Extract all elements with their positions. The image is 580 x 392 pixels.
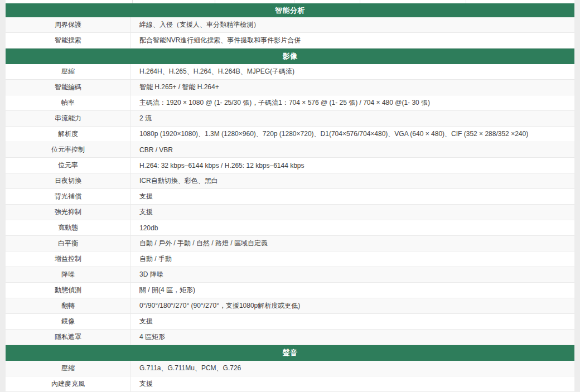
spec-value: H.264: 32 kbps–6144 kbps / H.265: 12 kbp… bbox=[131, 158, 574, 173]
partial-row-above bbox=[6, 0, 574, 3]
spec-value: 支援 bbox=[131, 189, 574, 204]
spec-label: 壓縮 bbox=[6, 64, 131, 79]
spec-label: 增益控制 bbox=[6, 251, 131, 267]
spec-label: 解析度 bbox=[6, 127, 131, 142]
spec-row: 解析度1080p (1920×1080)、1.3M (1280×960)、720… bbox=[6, 127, 574, 142]
spec-label: 智能搜索 bbox=[6, 33, 131, 48]
spec-row: 降噪3D 降噪 bbox=[6, 267, 574, 283]
column-divider bbox=[215, 0, 215, 3]
spec-value: H.264H、H.265、H.264、H.264B、MJPEG(子碼流) bbox=[131, 64, 574, 79]
spec-row: 寬動態120db bbox=[6, 220, 574, 236]
spec-label: 寬動態 bbox=[6, 220, 131, 235]
spec-row: 鏡像支援 bbox=[6, 314, 574, 330]
spec-label: 隱私遮罩 bbox=[6, 330, 131, 345]
spec-label: 翻轉 bbox=[6, 298, 131, 313]
section-header: 影像 bbox=[6, 49, 574, 64]
spec-value: 1080p (1920×1080)、1.3M (1280×960)、720p (… bbox=[131, 127, 574, 142]
column-divider bbox=[466, 0, 466, 3]
spec-row: 位元率H.264: 32 kbps–6144 kbps / H.265: 12 … bbox=[6, 158, 574, 173]
column-divider bbox=[132, 0, 133, 3]
spec-row: 壓縮G.711a、G.711Mu、PCM、G.726 bbox=[6, 361, 574, 376]
spec-label: 壓縮 bbox=[6, 361, 131, 376]
spec-label: 日夜切換 bbox=[6, 173, 131, 188]
section-title: 影像 bbox=[283, 51, 298, 61]
spec-value: 自動 / 戶外 / 手動 / 自然 / 路燈 / 區域自定義 bbox=[131, 236, 574, 251]
column-divider bbox=[294, 0, 294, 3]
spec-row: 智能編碼智能 H.265+ / 智能 H.264+ bbox=[6, 80, 574, 95]
spec-label: 鏡像 bbox=[6, 314, 131, 329]
spec-rows: 智能分析周界保護絆線、入侵（支援人、車分類精準檢測）智能搜索配合智能NVR進行細… bbox=[6, 3, 574, 392]
spec-label: 白平衡 bbox=[6, 236, 131, 251]
column-divider bbox=[360, 0, 360, 3]
spec-value: 自動 / 手動 bbox=[131, 251, 574, 267]
section-header: 智能分析 bbox=[6, 3, 574, 17]
spec-row: 串流能力2 流 bbox=[6, 111, 574, 127]
spec-value: 2 流 bbox=[131, 111, 574, 126]
spec-row: 白平衡自動 / 戶外 / 手動 / 自然 / 路燈 / 區域自定義 bbox=[6, 236, 574, 251]
spec-value: 支援 bbox=[131, 376, 574, 391]
spec-label: 周界保護 bbox=[6, 17, 131, 32]
spec-label: 位元率 bbox=[6, 158, 131, 173]
spec-label: 強光抑制 bbox=[6, 205, 131, 220]
spec-row: 動態偵測關 / 開(4 區，矩形) bbox=[6, 283, 574, 298]
spec-value: 4 區矩形 bbox=[131, 330, 574, 345]
spec-value: ICR自動切換、彩色、黑白 bbox=[131, 173, 574, 188]
spec-label: 串流能力 bbox=[6, 111, 131, 126]
spec-row: 壓縮H.264H、H.265、H.264、H.264B、MJPEG(子碼流) bbox=[6, 64, 574, 80]
spec-label: 智能編碼 bbox=[6, 80, 131, 95]
spec-row: 位元率控制CBR / VBR bbox=[6, 142, 574, 158]
spec-value: 支援 bbox=[131, 314, 574, 329]
spec-value: 關 / 開(4 區，矩形) bbox=[131, 283, 574, 298]
spec-value: 絆線、入侵（支援人、車分類精準檢測） bbox=[131, 17, 574, 32]
section-title: 智能分析 bbox=[275, 6, 305, 16]
spec-label: 動態偵測 bbox=[6, 283, 131, 298]
section-header: 聲音 bbox=[6, 345, 574, 361]
spec-value: 120db bbox=[131, 220, 574, 235]
spec-page: 智能分析周界保護絆線、入侵（支援人、車分類精準檢測）智能搜索配合智能NVR進行細… bbox=[0, 0, 580, 392]
spec-value: 配合智能NVR進行細化搜索、事件提取和事件影片合併 bbox=[131, 33, 574, 48]
spec-row: 隱私遮罩4 區矩形 bbox=[6, 330, 574, 345]
spec-value: 智能 H.265+ / 智能 H.264+ bbox=[131, 80, 574, 95]
spec-row: 翻轉0°/90°/180°/270° (90°/270°，支援1080p解析度或… bbox=[6, 298, 574, 314]
spec-label: 降噪 bbox=[6, 267, 131, 282]
spec-value: 支援 bbox=[131, 205, 574, 220]
spec-row: 周界保護絆線、入侵（支援人、車分類精準檢測） bbox=[6, 17, 574, 33]
spec-row: 增益控制自動 / 手動 bbox=[6, 251, 574, 267]
spec-value: 3D 降噪 bbox=[131, 267, 574, 282]
spec-label: 背光補償 bbox=[6, 189, 131, 204]
spec-label: 幀率 bbox=[6, 95, 131, 110]
spec-row: 內建麥克風支援 bbox=[6, 376, 574, 392]
spec-table: 智能分析周界保護絆線、入侵（支援人、車分類精準檢測）智能搜索配合智能NVR進行細… bbox=[6, 0, 574, 392]
spec-row: 日夜切換ICR自動切換、彩色、黑白 bbox=[6, 173, 574, 189]
spec-value: 主碼流：1920 × 1080 @ (1- 25/30 張)，子碼流1：704 … bbox=[131, 95, 574, 110]
spec-row: 幀率主碼流：1920 × 1080 @ (1- 25/30 張)，子碼流1：70… bbox=[6, 95, 574, 111]
spec-value: CBR / VBR bbox=[131, 142, 574, 157]
spec-label: 內建麥克風 bbox=[6, 376, 131, 391]
spec-row: 智能搜索配合智能NVR進行細化搜索、事件提取和事件影片合併 bbox=[6, 33, 574, 49]
section-title: 聲音 bbox=[283, 348, 298, 358]
spec-row: 強光抑制支援 bbox=[6, 205, 574, 220]
spec-value: G.711a、G.711Mu、PCM、G.726 bbox=[131, 361, 574, 376]
spec-label: 位元率控制 bbox=[6, 142, 131, 157]
spec-row: 背光補償支援 bbox=[6, 189, 574, 205]
spec-value: 0°/90°/180°/270° (90°/270°，支援1080p解析度或更低… bbox=[131, 298, 574, 313]
